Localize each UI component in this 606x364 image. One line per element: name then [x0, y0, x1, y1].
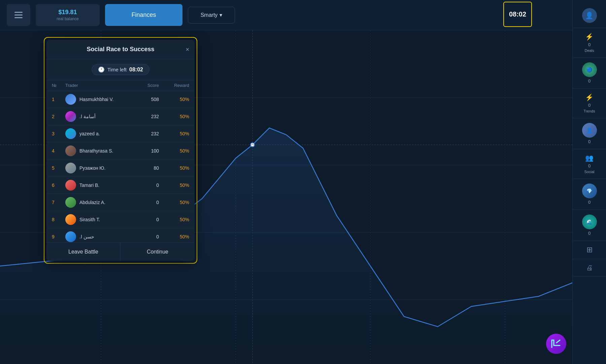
score-cell: 508 [132, 97, 159, 102]
continue-button[interactable]: Continue [121, 243, 195, 261]
badge-3: 0 [588, 139, 591, 144]
trader-name: .أسامة ا [79, 114, 96, 119]
badge-2: 0 [588, 78, 591, 84]
score-cell: 100 [132, 148, 159, 154]
svg-rect-2 [14, 17, 23, 18]
reward-cell: 50% [159, 114, 189, 119]
smarty-button[interactable]: Smarty ▾ [188, 7, 235, 24]
col-trader-header: Trader [65, 83, 132, 88]
table-body: 1 Hasmukhbhai V. 508 50% 2 .أسامة ا 232 … [46, 91, 195, 242]
leave-battle-button[interactable]: Leave Battle [46, 243, 121, 261]
deals-label: Deals [584, 48, 594, 53]
table-row: 9 .حسن ا 0 50% [46, 228, 195, 242]
sidebar-item-avatar5[interactable]: 🌊 0 [573, 210, 606, 241]
row-num: 4 [52, 148, 65, 154]
trader-avatar [65, 180, 76, 191]
table-row: 6 Tamari B. 0 50% [46, 177, 195, 194]
row-num: 8 [52, 217, 65, 222]
chevron-down-icon: ▾ [220, 12, 222, 18]
score-cell: 232 [132, 114, 159, 119]
clock-icon: 🕐 [98, 66, 105, 73]
svg-rect-1 [14, 14, 23, 15]
right-sidebar: 👤 ⚡ 0 Deals 🔵 0 ⚡ 0 Trends 👤 0 👥 0 Socia… [572, 0, 606, 364]
trader-avatar [65, 231, 76, 242]
trader-cell: Abdulaziz A. [65, 197, 132, 208]
print-icon: 🖨 [586, 264, 593, 272]
row-num: 2 [52, 114, 65, 119]
table-header: № Trader Score Reward [46, 80, 195, 91]
trader-name: Hasmukhbhai V. [79, 97, 113, 102]
trader-cell: Bharathyrasa S. [65, 145, 132, 156]
finances-button[interactable]: Finances [105, 4, 182, 26]
row-num: 5 [52, 165, 65, 171]
balance-button[interactable]: $19.81 real balance [36, 4, 100, 26]
modal-close-button[interactable]: × [186, 46, 189, 53]
menu-button[interactable] [7, 4, 30, 26]
social-label: Social [584, 170, 595, 174]
row-num: 1 [52, 97, 65, 102]
time-left-bar: 🕐 Time left 08:02 [46, 59, 195, 80]
score-cell: 232 [132, 131, 159, 136]
trader-name: yazeed a. [79, 131, 100, 136]
row-num: 3 [52, 131, 65, 136]
sidebar-item-user[interactable]: 👤 [573, 3, 606, 28]
table-row: 7 Abdulaziz A. 0 50% [46, 194, 195, 211]
sidebar-item-grid[interactable]: ⊞ [573, 241, 606, 259]
smarty-label: Smarty [201, 12, 218, 18]
trends-badge: 0 [588, 103, 591, 108]
timer-box: 08:02 [503, 2, 532, 27]
trader-name: Tamari B. [79, 183, 99, 188]
modal-header: Social Race to Success × [46, 40, 195, 59]
trader-avatar [65, 163, 76, 173]
col-num-header: № [52, 83, 65, 88]
trader-cell: Hasmukhbhai V. [65, 94, 132, 105]
trader-avatar [65, 145, 76, 156]
trader-cell: Sirasith T. [65, 214, 132, 225]
score-cell: 0 [132, 200, 159, 205]
score-cell: 80 [132, 165, 159, 171]
lc-button[interactable] [546, 334, 566, 354]
race-table: № Trader Score Reward 1 Hasmukhbhai V. 5… [46, 80, 195, 242]
trends-label: Trends [584, 109, 595, 113]
reward-cell: 50% [159, 97, 189, 102]
col-reward-header: Reward [159, 83, 189, 88]
sidebar-item-deals[interactable]: ⚡ 0 Deals [573, 28, 606, 58]
balance-amount: $19.81 [58, 9, 77, 16]
table-row: 2 .أسامة ا 232 50% [46, 108, 195, 125]
deals-icon: ⚡ [585, 33, 594, 41]
sidebar-item-print[interactable]: 🖨 [573, 259, 606, 277]
trader-avatar [65, 128, 76, 139]
trader-cell: Tamari B. [65, 180, 132, 191]
trader-avatar [65, 111, 76, 122]
sidebar-item-trends[interactable]: ⚡ 0 Trends [573, 89, 606, 118]
balance-label: real balance [57, 16, 78, 21]
table-row: 8 Sirasith T. 0 50% [46, 211, 195, 228]
row-num: 7 [52, 200, 65, 205]
reward-cell: 50% [159, 148, 189, 154]
sidebar-item-social[interactable]: 👥 0 Social [573, 149, 606, 179]
sidebar-item-avatar4[interactable]: 💎 0 [573, 179, 606, 210]
trader-avatar [65, 197, 76, 208]
modal-overlay: Social Race to Success × 🕐 Time left 08:… [0, 30, 572, 364]
trader-name: Abdulaziz A. [79, 200, 105, 205]
trader-cell: .حسن ا [65, 231, 132, 242]
trader-cell: Рузажон Ю. [65, 163, 132, 173]
avatar: 🔵 [582, 62, 597, 77]
table-row: 1 Hasmukhbhai V. 508 50% [46, 91, 195, 108]
modal-dialog: Social Race to Success × 🕐 Time left 08:… [46, 40, 195, 261]
col-score-header: Score [132, 83, 159, 88]
avatar: 👤 [582, 8, 597, 23]
trader-avatar [65, 214, 76, 225]
modal-footer: Leave Battle Continue [46, 242, 195, 261]
trader-name: Рузажон Ю. [79, 165, 105, 171]
trader-cell: yazeed a. [65, 128, 132, 139]
modal-title: Social Race to Success [87, 46, 154, 53]
table-row: 3 yazeed a. 232 50% [46, 125, 195, 142]
row-num: 6 [52, 183, 65, 188]
sidebar-item-avatar2[interactable]: 🔵 0 [573, 58, 606, 89]
trader-avatar [65, 94, 76, 105]
avatar: 👤 [582, 123, 597, 138]
sidebar-item-avatar3[interactable]: 👤 0 [573, 118, 606, 149]
score-cell: 0 [132, 234, 159, 239]
trader-name: Bharathyrasa S. [79, 148, 113, 154]
